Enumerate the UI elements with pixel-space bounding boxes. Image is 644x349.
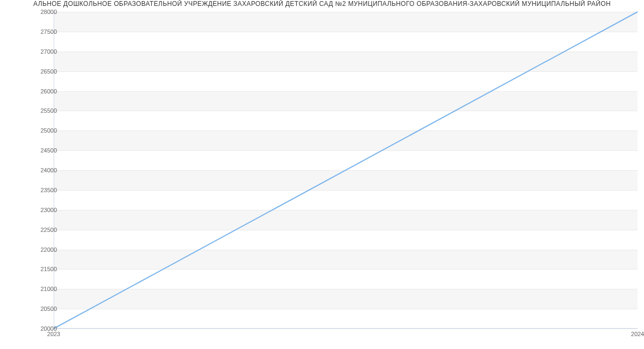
y-tick-label: 23500 [40,187,57,193]
y-tick-label: 25500 [40,107,57,114]
chart-title: АЛЬНОЕ ДОШКОЛЬНОЕ ОБРАЗОВАТЕЛЬНОЙ УЧРЕЖД… [0,0,644,8]
y-tick-label: 21500 [40,266,57,272]
y-tick-label: 22500 [40,227,57,233]
y-tick-label: 24000 [40,167,57,173]
y-tick-label: 20500 [40,306,57,312]
y-tick-label: 27500 [40,28,57,35]
y-tick-label: 27000 [40,48,57,55]
y-tick-label: 26000 [40,88,57,94]
y-tick-label: 22000 [40,246,57,253]
y-tick-label: 21000 [40,286,57,292]
line-series [54,12,638,329]
y-tick-label: 25000 [40,127,57,134]
x-tick-label: 2023 [47,331,60,337]
y-tick-label: 26500 [40,68,57,75]
y-tick-label: 23000 [40,207,57,213]
plot-area [54,12,638,329]
y-tick-label: 28000 [40,9,57,15]
grid-line [54,329,638,329]
y-tick-label: 24500 [40,147,57,154]
x-tick-label: 2024 [631,331,644,337]
